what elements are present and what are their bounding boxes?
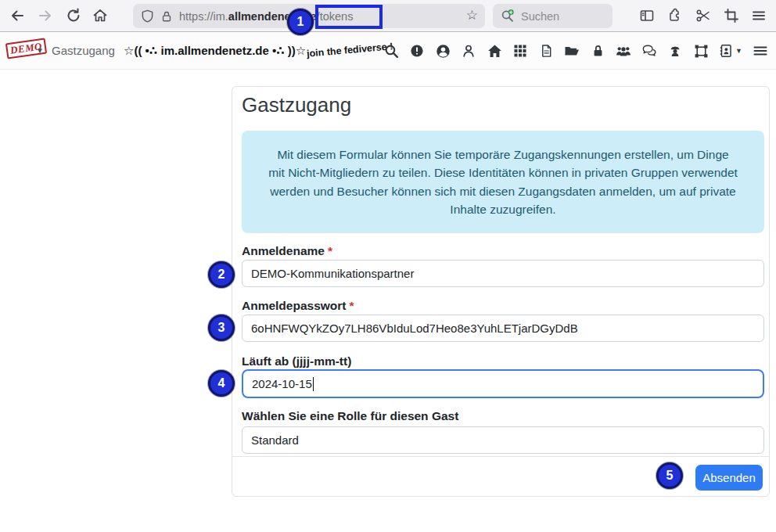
info-alert-text: Mit diesem Formular können Sie temporäre… (268, 146, 738, 219)
navbar-page-label: Gastzugang (52, 32, 115, 70)
document-icon[interactable] (538, 43, 554, 59)
scissors-icon[interactable] (694, 6, 713, 25)
expires-label: Läuft ab (jjjj-mm-tt) (242, 354, 351, 368)
role-value: Standard (251, 433, 299, 447)
annotation-badge-1: 1 (287, 9, 314, 35)
guest-access-card: Gastzugang Mit diesem Formular können Si… (232, 86, 770, 497)
search-icon[interactable] (383, 43, 399, 59)
apps-grid-icon[interactable] (512, 43, 528, 59)
reload-icon[interactable] (64, 6, 83, 25)
home-icon[interactable] (487, 43, 502, 59)
search-placeholder: Suchen (521, 10, 559, 23)
screenshot-crop-icon[interactable] (722, 6, 741, 25)
password-label: Anmeldepasswort* (242, 299, 354, 313)
submit-button[interactable]: Absenden (695, 465, 763, 491)
text-cursor (313, 377, 314, 391)
selection-frame-icon[interactable] (693, 43, 709, 59)
password-input[interactable]: 6oHNFWQYkZOy7LH86VbIduLod7Heo8e3YuhLETja… (242, 315, 764, 342)
site-slogan: join the fediverse ! (307, 41, 393, 59)
user-group-icon[interactable] (616, 43, 631, 59)
username-label: Anmeldename* (242, 244, 332, 258)
expires-value: 2024-10-15 (252, 377, 312, 390)
username-value: DEMO-Kommunikationspartner (251, 267, 414, 280)
role-select[interactable]: Standard (242, 426, 764, 454)
chevron-down-icon: ▼ (735, 47, 742, 55)
chat-bubbles-icon[interactable] (641, 43, 657, 59)
extensions-puzzle-icon[interactable] (666, 6, 684, 25)
info-alert: Mit diesem Formular können Sie temporäre… (242, 131, 764, 233)
site-menu-icon[interactable] (753, 43, 768, 59)
username-input[interactable]: DEMO-Kommunikationspartner (242, 260, 764, 287)
search-engine-icon (501, 9, 516, 23)
expires-input[interactable]: 2024-10-15 (242, 369, 764, 398)
lock-icon[interactable] (160, 10, 173, 23)
address-book-icon[interactable]: ▼ (719, 43, 742, 59)
search-bar[interactable]: Suchen (493, 4, 613, 28)
bookmark-star-icon[interactable]: ☆ (466, 8, 478, 23)
site-banner-text: ☆(( •∴ im.allmendenetz.de •∴ ))☆ (124, 32, 306, 70)
annotation-badge-2: 2 (208, 261, 235, 288)
home-icon[interactable] (91, 6, 110, 25)
user-secret-icon[interactable] (667, 43, 683, 59)
url-scheme: https://im. (179, 10, 228, 23)
sidebar-icon[interactable] (638, 6, 656, 25)
site-navbar: DEMO ▼ Gastzugang ☆(( •∴ im.allmendenetz… (0, 32, 776, 70)
firefox-window: https://im.allmendenetz.de/tokens ☆ Such… (0, 0, 776, 532)
alert-circle-icon[interactable] (409, 43, 425, 59)
required-mark: * (328, 244, 332, 257)
page-title: Gastzugang (242, 93, 351, 117)
logo-caret-icon[interactable]: ▼ (36, 46, 44, 55)
lock-icon[interactable] (590, 43, 605, 59)
annotation-badge-5: 5 (656, 462, 683, 489)
back-icon[interactable] (8, 6, 27, 25)
browser-menu-icon[interactable] (749, 6, 768, 25)
forward-icon[interactable] (36, 6, 55, 25)
annotation-badge-3: 3 (208, 315, 235, 341)
required-mark: * (350, 299, 354, 312)
divider (232, 456, 769, 457)
password-value: 6oHNFWQYkZOy7LH86VbIduLod7Heo8e3YuhLETja… (251, 322, 578, 335)
url-path-highlight (315, 5, 383, 29)
shield-icon[interactable] (141, 9, 154, 23)
navbar-icons: ▼ (383, 32, 768, 70)
user-icon[interactable] (461, 43, 476, 59)
folder-open-icon[interactable] (564, 43, 580, 59)
role-label: Wählen Sie eine Rolle für diesen Gast (242, 409, 458, 423)
annotation-badge-4: 4 (208, 370, 235, 397)
browser-toolbar: https://im.allmendenetz.de/tokens ☆ Such… (0, 0, 776, 32)
user-circle-icon[interactable] (435, 43, 451, 59)
